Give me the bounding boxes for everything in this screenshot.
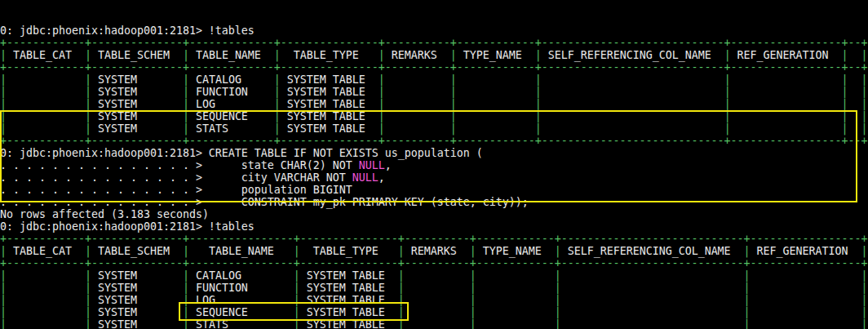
- terminal-line: 0: jdbc:phoenix:hadoop001:2181> CREATE T…: [0, 147, 868, 159]
- terminal-line: | | SYSTEM | SEQUENCE | SYSTEM TABLE | |…: [0, 306, 868, 318]
- terminal-output: 0: jdbc:phoenix:hadoop001:2181> !tables+…: [0, 24, 868, 329]
- terminal-line: | | SYSTEM | FUNCTION | SYSTEM TABLE | |…: [0, 86, 868, 98]
- terminal-line: . . . . . . . . . . . . . . . > city VAR…: [0, 171, 868, 184]
- terminal-line: | | SYSTEM | LOG | SYSTEM TABLE | | | | …: [0, 98, 868, 110]
- terminal-line: | | SYSTEM | FUNCTION | SYSTEM TABLE | |…: [0, 282, 868, 294]
- terminal-line: | TABLE_CAT | TABLE_SCHEM | TABLE_NAME |…: [0, 245, 868, 257]
- terminal-screen[interactable]: 0: jdbc:phoenix:hadoop001:2181> !tables+…: [0, 0, 868, 329]
- terminal-line: | | SYSTEM | CATALOG | SYSTEM TABLE | | …: [0, 269, 868, 282]
- terminal-line: | TABLE_CAT | TABLE_SCHEM | TABLE_NAME |…: [0, 49, 868, 61]
- terminal-line: 0: jdbc:phoenix:hadoop001:2181> !tables: [0, 24, 868, 37]
- terminal-line: +------------+--------------+-----------…: [0, 37, 868, 49]
- terminal-line: 0: jdbc:phoenix:hadoop001:2181> !tables: [0, 220, 868, 233]
- terminal-line: +------------+--------------+-----------…: [0, 135, 868, 147]
- terminal-line: . . . . . . . . . . . . . . . > state CH…: [0, 159, 868, 171]
- terminal-line: | | SYSTEM | CATALOG | SYSTEM TABLE | | …: [0, 73, 868, 86]
- terminal-line: . . . . . . . . . . . . . . . > CONSTRAI…: [0, 196, 868, 208]
- terminal-line: +------------+--------------+-----------…: [0, 233, 868, 245]
- terminal-line: +------------+--------------+-----------…: [0, 257, 868, 269]
- terminal-line: | | SYSTEM | STATS | SYSTEM TABLE | | | …: [0, 122, 868, 135]
- terminal-line: | | SYSTEM | SEQUENCE | SYSTEM TABLE | |…: [0, 110, 868, 122]
- terminal-line: . . . . . . . . . . . . . . . > populati…: [0, 184, 868, 196]
- terminal-line: | | SYSTEM | LOG | SYSTEM TABLE | | | | …: [0, 294, 868, 306]
- terminal-line: No rows affected (3.183 seconds): [0, 208, 868, 220]
- terminal-line: +------------+--------------+-----------…: [0, 61, 868, 73]
- terminal-line: | | SYSTEM | STATS | SYSTEM TABLE | | | …: [0, 318, 868, 329]
